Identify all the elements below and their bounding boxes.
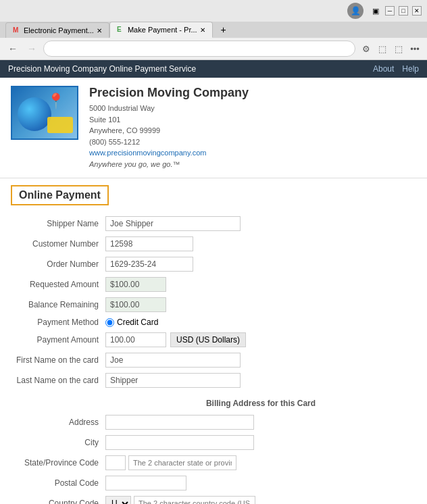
balance-label: Balance Remaining [11, 300, 105, 309]
window-controls: ─ □ ✕ [385, 6, 422, 16]
tagline: Anywhere you go, we go.™ [89, 159, 249, 170]
company-logo: 📍 [11, 86, 78, 140]
payment-method-row: Payment Method Credit Card [11, 318, 416, 327]
phone: (800) 555-1212 [89, 136, 249, 148]
minimize-button[interactable]: ─ [385, 6, 395, 16]
last-name-row: Last Name on the card [11, 373, 416, 388]
order-input[interactable] [105, 257, 193, 272]
credit-card-radio-label[interactable]: Credit Card [105, 318, 158, 327]
top-nav: Precision Moving Company Online Payment … [0, 60, 427, 78]
new-tab-button[interactable]: + [216, 22, 232, 38]
company-header: 📍 Precision Moving Company 5000 Industri… [0, 78, 427, 178]
tab-bar: M Electronic Payment... ✕ E Make Payment… [0, 22, 427, 38]
country-placeholder [134, 496, 255, 504]
billing-title: Billing Address for this Card [105, 399, 416, 408]
top-nav-links: About Help [373, 64, 419, 74]
page-content: Precision Moving Company Online Payment … [0, 60, 427, 504]
company-address: 5000 Industrial Way Suite 101 Anywhere, … [89, 103, 249, 170]
requested-input[interactable] [105, 277, 166, 292]
back-button[interactable]: ← [5, 41, 20, 56]
tab2-label: Make Payment - Pr... [128, 26, 197, 34]
tab2-favicon: E [117, 26, 125, 34]
about-link[interactable]: About [373, 64, 394, 74]
address-bar-row: ← → ⚙ ⬚ ⬚ ••• [0, 38, 427, 59]
credit-card-text: Credit Card [117, 318, 158, 327]
balance-input[interactable] [105, 297, 166, 312]
country-row: Country Code US CA [11, 496, 416, 504]
shipper-label: Shipper Name [11, 219, 105, 228]
sidebar-icon[interactable]: ▣ [369, 4, 382, 18]
top-nav-title: Precision Moving Company Online Payment … [8, 64, 196, 74]
postal-label: Postal Code [11, 478, 105, 488]
country-code-select[interactable]: US CA [105, 496, 131, 504]
balance-row: Balance Remaining [11, 297, 416, 312]
company-info: Precision Moving Company 5000 Industrial… [89, 86, 249, 170]
shipper-input[interactable] [105, 216, 241, 231]
tab1-close[interactable]: ✕ [97, 27, 102, 34]
payment-amount-row: Payment Amount USD (US Dollars) [11, 332, 416, 347]
website-link[interactable]: www.precisionmovingcompany.com [89, 149, 206, 157]
title-bar: 👤 ▣ ─ □ ✕ [0, 0, 427, 22]
split-icon[interactable]: ⬚ [392, 42, 405, 55]
company-name: Precision Moving Company [89, 86, 249, 100]
state-placeholder [128, 455, 236, 470]
address-label: Address [11, 418, 105, 427]
state-label: State/Province Code [11, 458, 105, 468]
payment-amount-label: Payment Amount [11, 335, 105, 345]
address-row: Address [11, 415, 416, 430]
address-bar[interactable] [43, 41, 355, 57]
requested-row: Requested Amount [11, 277, 416, 292]
maximize-button[interactable]: □ [399, 6, 408, 16]
tab-electronic-payment[interactable]: M Electronic Payment... ✕ [5, 22, 109, 38]
state-row: State/Province Code [11, 455, 416, 470]
logo-card [47, 117, 73, 133]
first-name-row: First Name on the card [11, 353, 416, 368]
city-row: City [11, 435, 416, 450]
order-row: Order Number [11, 257, 416, 272]
customer-row: Customer Number [11, 236, 416, 251]
city-input[interactable] [105, 435, 254, 450]
last-name-label: Last Name on the card [11, 376, 105, 385]
postal-row: Postal Code [11, 476, 416, 490]
address-input[interactable] [105, 415, 254, 430]
browser-chrome: 👤 ▣ ─ □ ✕ M Electronic Payment... ✕ E Ma… [0, 0, 427, 60]
extensions-icon[interactable]: ⚙ [359, 42, 373, 55]
cast-icon[interactable]: ⬚ [376, 42, 389, 55]
customer-input[interactable] [105, 236, 193, 251]
close-button[interactable]: ✕ [412, 6, 422, 16]
state-code-input[interactable] [105, 455, 126, 470]
credit-card-radio[interactable] [105, 318, 114, 327]
forward-button[interactable]: → [24, 41, 39, 56]
toolbar-icons: ⚙ ⬚ ⬚ ••• [359, 42, 422, 55]
section-title: Online Payment [11, 185, 109, 205]
payment-method-label: Payment Method [11, 318, 105, 327]
currency-button[interactable]: USD (US Dollars) [170, 332, 246, 347]
order-label: Order Number [11, 259, 105, 269]
billing-section: Billing Address for this Card Address Ci… [11, 399, 416, 504]
tab2-close[interactable]: ✕ [200, 26, 205, 34]
help-link[interactable]: Help [402, 64, 419, 74]
city-label: City [11, 438, 105, 447]
address-line3: Anywhere, CO 99999 [89, 125, 249, 136]
tab1-label: Electronic Payment... [24, 26, 94, 34]
address-line2: Suite 101 [89, 114, 249, 126]
country-label: Country Code [11, 499, 105, 504]
shipper-row: Shipper Name [11, 216, 416, 231]
payment-amount-input[interactable] [105, 332, 166, 347]
customer-label: Customer Number [11, 239, 105, 249]
first-name-label: First Name on the card [11, 355, 105, 365]
address-line1: 5000 Industrial Way [89, 103, 249, 114]
first-name-input[interactable] [105, 353, 241, 368]
postal-input[interactable] [105, 476, 186, 490]
profile-icon[interactable]: 👤 [347, 3, 363, 19]
tab-make-payment[interactable]: E Make Payment - Pr... ✕ [109, 22, 213, 38]
payment-section: Online Payment Shipper Name Customer Num… [0, 178, 427, 504]
requested-label: Requested Amount [11, 280, 105, 289]
tab1-favicon: M [13, 26, 21, 34]
menu-icon[interactable]: ••• [408, 42, 422, 55]
last-name-input[interactable] [105, 373, 241, 388]
logo-pin: 📍 [47, 93, 65, 110]
